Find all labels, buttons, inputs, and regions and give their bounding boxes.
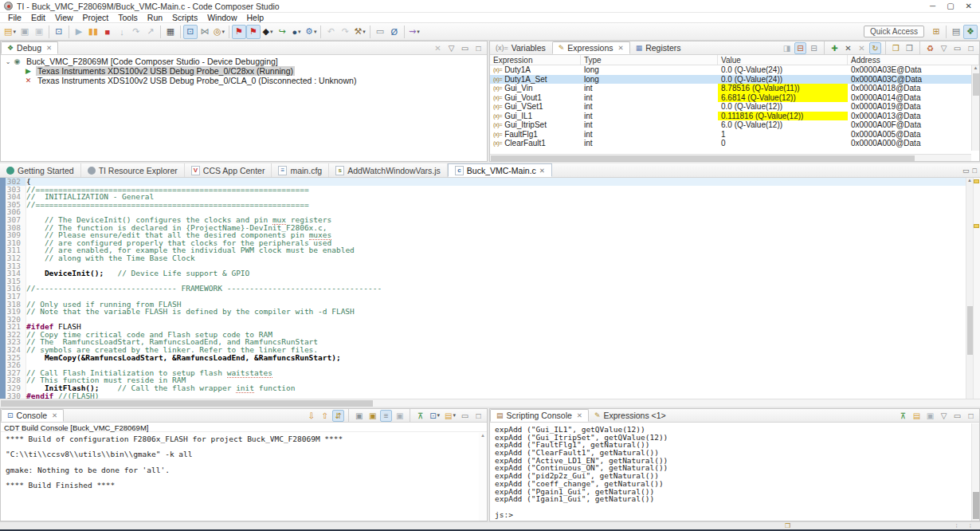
tab-debug[interactable]: ❖ Debug ✕: [1, 41, 58, 54]
editor-overview-ruler[interactable]: ▲: [966, 178, 980, 399]
clear-console-button[interactable]: ▣: [394, 410, 406, 422]
show-type-names-button[interactable]: ◨: [781, 42, 793, 54]
show-on-output-button[interactable]: ⇵: [332, 410, 344, 422]
ccs-debug-perspective-button[interactable]: ❖: [963, 25, 978, 39]
save-button[interactable]: ▣: [18, 25, 32, 39]
ccs-edit-perspective-button[interactable]: ▤: [949, 25, 963, 39]
tab-expressions[interactable]: ✎Expressions✕: [552, 41, 630, 54]
maximize-button[interactable]: □: [472, 410, 484, 422]
remove-all-expressions-button[interactable]: ✕: [856, 42, 868, 54]
close-icon[interactable]: ✕: [577, 411, 582, 419]
scripting-console-output[interactable]: expAdd ("Gui_IL1", getQValue(12))expAdd …: [490, 423, 979, 521]
menu-file[interactable]: File: [3, 13, 26, 23]
wrap-lines-button[interactable]: ≡: [380, 410, 392, 422]
code-editor[interactable]: 302{303//===============================…: [6, 178, 966, 399]
menu-run[interactable]: Run: [143, 13, 167, 23]
minimize-button[interactable]: ▭: [951, 410, 963, 422]
expression-row[interactable]: (x)=Duty1Along0.0 (Q-Value(24))0x0000A03…: [490, 65, 979, 75]
column-header-value[interactable]: Value: [718, 55, 848, 65]
continuous-refresh-button[interactable]: ♻: [924, 42, 936, 54]
minimize-button[interactable]: ▭: [459, 410, 471, 422]
expression-row[interactable]: (x)=Gui_VSet1int0.0 (Q-Value(12))0x0000A…: [490, 102, 979, 112]
close-icon[interactable]: ✕: [52, 411, 57, 419]
next-console-arrow-button[interactable]: ⇩: [305, 410, 317, 422]
expression-row[interactable]: (x)=Gui_IL1int0.111816 (Q-Value(12))0x00…: [490, 112, 979, 121]
editor-vertical-scrollbar[interactable]: ▲: [966, 178, 974, 399]
maximize-button[interactable]: □: [472, 42, 484, 54]
tab-addwatchwindowvars-js[interactable]: sAddWatchWindowVars.js: [329, 163, 448, 177]
clear-console-button[interactable]: ▣: [924, 410, 936, 422]
line-number[interactable]: 330: [6, 392, 26, 399]
remove-expression-button[interactable]: ✕: [842, 42, 854, 54]
menu-project[interactable]: Project: [78, 13, 114, 23]
remove-terminated-button[interactable]: ✕: [432, 42, 444, 54]
load-script-button[interactable]: ▤: [911, 410, 923, 422]
target-config-button[interactable]: ⊡: [183, 25, 198, 39]
menu-window[interactable]: Window: [202, 13, 241, 23]
tab-getting-started[interactable]: Getting Started: [0, 163, 81, 177]
maximize-button[interactable]: □: [965, 410, 977, 422]
debug-tree-node[interactable]: ⌄◉Buck_VMC_F28069M [Code Composer Studio…: [1, 57, 487, 66]
tab-scripting-console[interactable]: ▤Scripting Console✕: [490, 409, 589, 422]
flash-settings-button[interactable]: ◆▾: [261, 25, 275, 39]
tree-expander-icon[interactable]: ⌄: [4, 58, 12, 65]
scripting-vertical-scrollbar[interactable]: [971, 423, 979, 521]
editor-horizontal-scrollbar[interactable]: [0, 399, 980, 407]
tab-ti-resource-explorer[interactable]: TI Resource Explorer: [81, 163, 185, 177]
refresh-button[interactable]: ↻: [869, 42, 881, 54]
minimize-button[interactable]: ▭: [951, 42, 963, 54]
show-console-on-stderr-button[interactable]: ▣: [367, 410, 378, 422]
menu-help[interactable]: Help: [242, 13, 269, 23]
layout-toggle-button[interactable]: ⊟: [794, 42, 806, 54]
pin-console-button[interactable]: ⊼: [414, 410, 426, 422]
resume-button[interactable]: ▶: [72, 25, 86, 39]
window-minimize-button[interactable]: ─: [930, 1, 935, 12]
tab-console[interactable]: ⊡ Console ✕: [1, 409, 64, 422]
view-menu-button[interactable]: ▽: [445, 42, 457, 54]
column-header-expression[interactable]: Expression: [490, 55, 581, 65]
search-button[interactable]: Ø: [387, 25, 402, 39]
collapse-all-button[interactable]: ⊟: [808, 42, 820, 54]
expression-row[interactable]: (x)=FaultFlg1int10x0000A005@Data: [490, 130, 979, 140]
minimize-button[interactable]: ▭: [459, 42, 471, 54]
export-expressions-button[interactable]: ❒: [904, 42, 915, 54]
tab-main-cfg[interactable]: ≡main.cfg: [272, 163, 329, 177]
run-wand-button[interactable]: ⇝▾: [407, 25, 421, 39]
flag-watchpoint-button[interactable]: ⚑: [246, 25, 261, 39]
terminate-button[interactable]: ■: [100, 25, 115, 39]
expressions-horizontal-scrollbar[interactable]: [490, 154, 971, 161]
new-button[interactable]: ▤▾: [2, 25, 18, 39]
build-hammer-button[interactable]: ⚒▾: [352, 25, 367, 39]
expressions-vertical-scrollbar[interactable]: ▲: [971, 65, 979, 151]
connect-target-button[interactable]: ⋈: [198, 25, 212, 39]
restart-button[interactable]: ↪: [275, 25, 289, 39]
import-expressions-button[interactable]: ❒: [890, 42, 902, 54]
pin-console-button[interactable]: ⊼: [897, 410, 909, 422]
close-icon[interactable]: ✕: [618, 44, 624, 52]
expression-row[interactable]: (x)=Gui_Vout1int6.6814 (Q-Value(12))0x00…: [490, 93, 979, 103]
clock-profile-button[interactable]: ◎▾: [212, 25, 226, 39]
open-perspective-button[interactable]: ⊞: [929, 25, 943, 39]
statusbar-icon[interactable]: ❒: [785, 522, 790, 529]
tab-registers[interactable]: ▦Registers: [630, 41, 688, 54]
column-header-address[interactable]: Address: [848, 55, 979, 65]
console-vertical-scrollbar[interactable]: ▲: [479, 433, 487, 521]
column-header-type[interactable]: Type: [581, 55, 718, 65]
debug-settings-button[interactable]: ⚙▾: [304, 25, 318, 39]
reset-target-button[interactable]: ●▾: [289, 25, 304, 39]
prev-console-arrow-button[interactable]: ⇧: [319, 410, 331, 422]
show-console-on-stdout-button[interactable]: ▣: [353, 410, 365, 422]
window-maximize-button[interactable]: ▢: [947, 1, 954, 12]
step-over-button[interactable]: ↷: [129, 25, 143, 39]
display-selected-console-button[interactable]: ⊡▾: [428, 410, 441, 422]
expression-row[interactable]: (x)=ClearFault1int00x0000A000@Data: [490, 139, 979, 148]
close-icon[interactable]: ✕: [539, 167, 545, 175]
tab-variables[interactable]: (x)=Variables: [490, 41, 552, 54]
step-return-button[interactable]: ↗: [143, 25, 158, 39]
close-icon[interactable]: ✕: [46, 44, 52, 52]
window-layout-button[interactable]: ▭: [373, 25, 387, 39]
registers-grid-button[interactable]: ▦: [163, 25, 178, 39]
save-all-button[interactable]: ▣: [32, 25, 46, 39]
maximize-button[interactable]: □: [973, 167, 977, 175]
maximize-button[interactable]: □: [965, 42, 977, 54]
